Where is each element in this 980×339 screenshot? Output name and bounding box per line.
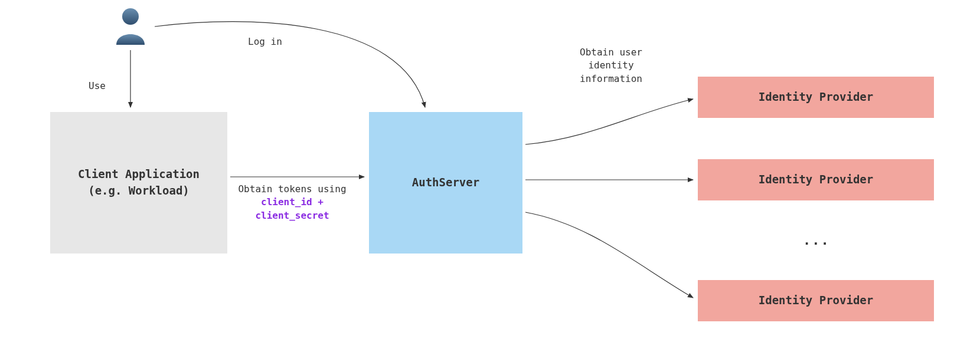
identity-provider-node-1: Identity Provider	[698, 77, 934, 118]
tokens-join: +	[312, 196, 324, 208]
svg-point-0	[122, 8, 139, 25]
ellipsis: ...	[803, 233, 830, 248]
user-icon	[113, 6, 148, 46]
tokens-client-secret: client_secret	[255, 210, 329, 221]
edge-label-login: Log in	[248, 35, 282, 48]
tokens-prefix: Obtain tokens using	[238, 183, 346, 195]
identity-provider-label-1: Identity Provider	[759, 89, 873, 106]
authserver-label: AuthServer	[412, 175, 479, 191]
edge-label-use: Use	[89, 80, 106, 93]
client-application-line1: Client Application	[78, 167, 200, 180]
arrow-idp-1	[525, 99, 693, 144]
edge-label-obtain-tokens: Obtain tokens using client_id + client_s…	[233, 183, 351, 222]
authserver-node: AuthServer	[369, 112, 522, 254]
client-application-line2: (e.g. Workload)	[88, 184, 190, 197]
identity-provider-label-3: Identity Provider	[759, 292, 873, 309]
arrow-login	[155, 22, 425, 107]
identity-provider-node-2: Identity Provider	[698, 159, 934, 200]
tokens-client-id: client_id	[261, 196, 312, 208]
identity-provider-label-2: Identity Provider	[759, 172, 873, 188]
arrow-idp-3	[525, 212, 693, 298]
client-application-node: Client Application (e.g. Workload)	[50, 112, 227, 254]
edge-label-obtain-identity: Obtain user identity information	[570, 46, 652, 85]
identity-provider-node-3: Identity Provider	[698, 280, 934, 321]
